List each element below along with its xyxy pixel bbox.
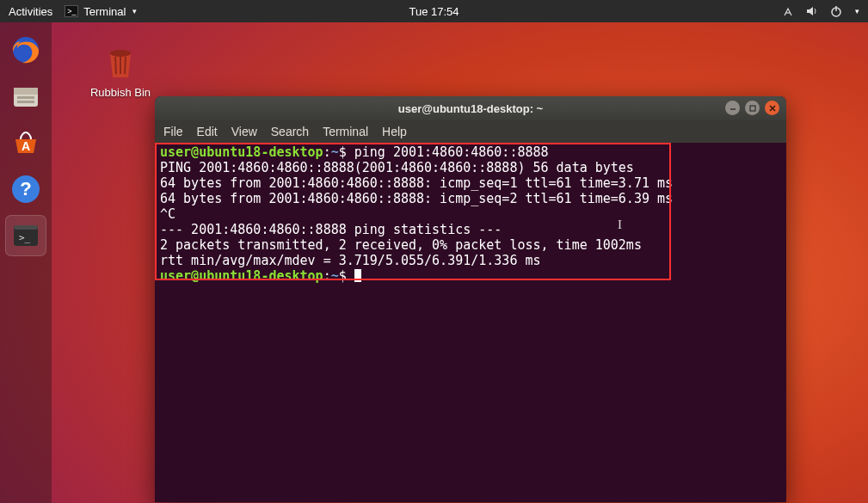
menu-file[interactable]: File bbox=[163, 125, 183, 138]
desktop-rubbish-bin-label: Rubbish Bin bbox=[77, 86, 163, 99]
dock-help[interactable]: ? bbox=[5, 169, 46, 210]
menu-edit[interactable]: Edit bbox=[197, 125, 218, 138]
terminal-icon: >_ bbox=[65, 5, 78, 17]
window-maximize-button[interactable] bbox=[745, 101, 760, 115]
app-indicator-label: Terminal bbox=[83, 5, 126, 18]
terminal-line: ^C bbox=[160, 206, 781, 222]
svg-text:A: A bbox=[22, 139, 30, 153]
terminal-line: 64 bytes from 2001:4860:4860::8888: icmp… bbox=[160, 191, 781, 206]
prompt-path: ~ bbox=[331, 144, 339, 160]
network-icon[interactable] bbox=[781, 4, 795, 18]
clock[interactable]: Tue 17:54 bbox=[409, 5, 459, 18]
dock-software[interactable]: A bbox=[5, 122, 46, 163]
terminal-menubar: File Edit View Search Terminal Help bbox=[155, 120, 786, 143]
svg-rect-18 bbox=[750, 106, 755, 111]
window-title: user@ubuntu18-desktop: ~ bbox=[398, 102, 543, 115]
terminal-line-prompt2: user@ubuntu18-desktop:~$ bbox=[160, 268, 781, 284]
terminal-viewport[interactable]: I user@ubuntu18-desktop:~$ ping 2001:486… bbox=[155, 143, 786, 502]
dock-files[interactable] bbox=[5, 76, 46, 117]
block-cursor bbox=[354, 269, 361, 282]
terminal-line: 2 packets transmitted, 2 received, 0% pa… bbox=[160, 237, 781, 253]
window-titlebar[interactable]: user@ubuntu18-desktop: ~ bbox=[155, 96, 786, 120]
dock: A ? >_ bbox=[0, 22, 52, 503]
prompt-command: ping 2001:4860:4860::8888 bbox=[354, 144, 549, 160]
power-icon[interactable] bbox=[829, 4, 843, 18]
svg-rect-5 bbox=[17, 96, 34, 99]
chevron-down-icon: ▾ bbox=[132, 7, 137, 15]
text-cursor-icon: I bbox=[618, 217, 622, 232]
terminal-window: user@ubuntu18-desktop: ~ File Edit View … bbox=[155, 96, 786, 502]
menu-view[interactable]: View bbox=[231, 125, 257, 138]
svg-line-14 bbox=[115, 57, 116, 74]
activities-button[interactable]: Activities bbox=[9, 5, 52, 18]
terminal-line: PING 2001:4860:4860::8888(2001:4860:4860… bbox=[160, 160, 781, 175]
desktop-rubbish-bin[interactable]: Rubbish Bin bbox=[77, 41, 163, 99]
terminal-line: --- 2001:4860:4860::8888 ping statistics… bbox=[160, 222, 781, 237]
terminal-line: 64 bytes from 2001:4860:4860::8888: icmp… bbox=[160, 175, 781, 191]
svg-line-16 bbox=[125, 57, 126, 74]
menu-help[interactable]: Help bbox=[382, 125, 407, 138]
terminal-line: rtt min/avg/max/mdev = 3.719/5.055/6.391… bbox=[160, 253, 781, 268]
svg-text:>_: >_ bbox=[19, 232, 31, 243]
window-close-button[interactable] bbox=[765, 101, 779, 115]
volume-icon[interactable] bbox=[805, 4, 819, 18]
menu-terminal[interactable]: Terminal bbox=[323, 125, 368, 138]
trash-icon bbox=[100, 41, 141, 83]
dock-terminal[interactable]: >_ bbox=[5, 215, 46, 256]
dock-firefox[interactable] bbox=[5, 29, 46, 71]
svg-rect-6 bbox=[17, 101, 34, 103]
system-menu-chevron-icon[interactable]: ▾ bbox=[855, 7, 859, 15]
app-indicator[interactable]: >_ Terminal ▾ bbox=[65, 5, 137, 18]
terminal-line-prompt1: user@ubuntu18-desktop:~$ ping 2001:4860:… bbox=[160, 144, 781, 160]
prompt-user: user@ubuntu18-desktop bbox=[160, 144, 323, 160]
window-minimize-button[interactable] bbox=[725, 101, 740, 115]
svg-point-13 bbox=[110, 50, 131, 57]
menu-search[interactable]: Search bbox=[271, 125, 309, 138]
svg-rect-4 bbox=[14, 88, 38, 95]
top-bar: Activities >_ Terminal ▾ Tue 17:54 ▾ bbox=[0, 0, 868, 22]
svg-text:?: ? bbox=[20, 178, 31, 199]
svg-rect-11 bbox=[14, 225, 38, 230]
